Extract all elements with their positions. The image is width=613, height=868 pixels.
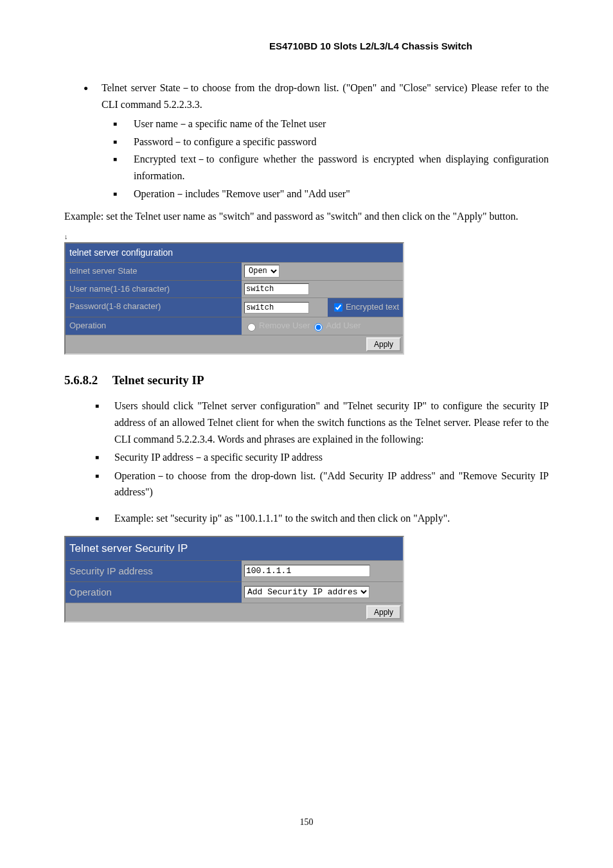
anchor-icon: ↓ [64, 231, 549, 243]
security-ip-label: Security IP address [66, 560, 242, 581]
security-ip-panel: Telnet server Security IP Security IP ad… [64, 536, 404, 622]
remove-user-label: Remove User [259, 319, 310, 333]
telnet-state-select[interactable]: Open [244, 265, 280, 278]
username-input[interactable] [244, 283, 309, 295]
username-label: User name(1-16 character) [66, 280, 242, 298]
section-heading: 5.6.8.2 Telnet security IP [64, 371, 549, 390]
top-bullet-text: Telnet server State－to choose from the d… [102, 82, 549, 110]
sub-bullet-item: Operation－includes "Remove user" and "Ad… [102, 186, 549, 202]
sub-bullet-item: Password－to configure a specific passwor… [102, 134, 549, 150]
document-header: ES4710BD 10 Slots L2/L3/L4 Chassis Switc… [193, 39, 549, 54]
section-bullet-list: Users should click "Telnet server config… [64, 398, 549, 500]
password-label: Password(1-8 character) [66, 297, 242, 317]
top-bullet-item: Telnet server State－to choose from the d… [84, 80, 549, 202]
add-user-radio[interactable] [314, 323, 323, 332]
telnet-state-label: telnet server State [66, 262, 242, 280]
security-ip-input[interactable] [244, 565, 370, 577]
sub-bullet-item: User name－a specific name of the Telnet … [102, 116, 549, 132]
operation2-select[interactable]: Add Security IP address [244, 586, 369, 598]
sub-bullet-list: User name－a specific name of the Telnet … [102, 116, 549, 202]
operation2-label: Operation [66, 581, 242, 603]
panel2-title: Telnet server Security IP [66, 537, 403, 560]
section-title: Telnet security IP [112, 373, 204, 387]
encrypted-label: Encrypted text [346, 301, 399, 314]
apply-button[interactable]: Apply [366, 337, 401, 351]
section-bullet-item: Security IP address－a specific security … [64, 449, 549, 466]
section-bullet-item: Users should click "Telnet server config… [64, 398, 549, 447]
password-input[interactable] [244, 302, 309, 314]
section-number: 5.6.8.2 [64, 373, 98, 387]
apply-button-2[interactable]: Apply [366, 605, 401, 619]
top-bullet-list: Telnet server State－to choose from the d… [64, 80, 549, 202]
section-bullet-item: Operation－to choose from the drop-down l… [64, 468, 549, 500]
sub-bullet-item: Encrypted text－to configure whether the … [102, 151, 549, 184]
add-user-label: Add User [326, 319, 360, 333]
panel-title: telnet server configuration [66, 244, 403, 261]
encrypted-checkbox[interactable] [334, 303, 342, 312]
telnet-config-panel: telnet server configuration telnet serve… [64, 242, 404, 355]
example-bullet-item: Example: set "security ip" as "100.1.1.1… [64, 510, 549, 527]
page-number: 150 [64, 815, 549, 829]
example-bullet-list: Example: set "security ip" as "100.1.1.1… [64, 510, 549, 527]
example-paragraph: Example: set the Telnet user name as "sw… [64, 208, 549, 225]
remove-user-radio[interactable] [247, 323, 256, 332]
operation-label: Operation [66, 317, 242, 335]
